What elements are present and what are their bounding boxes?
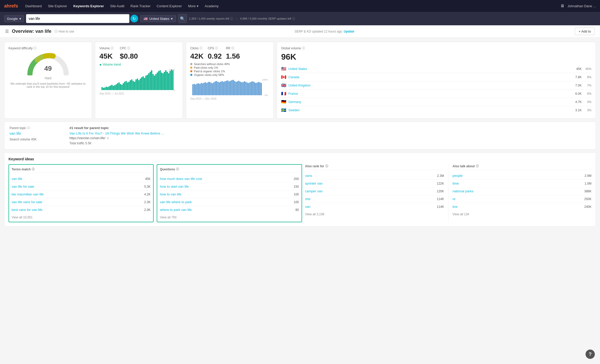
volume-info-icon[interactable]: ⓘ [111, 46, 114, 50]
svg-text:0: 0 [174, 89, 175, 91]
svg-rect-91 [244, 81, 245, 95]
kw-row: people 2.9M [453, 172, 591, 180]
kw-link[interactable]: people [453, 174, 463, 178]
kw-link[interactable]: how much does van life cost [160, 177, 202, 181]
monitor-icon[interactable]: 🖥 [560, 4, 564, 8]
search-input[interactable] [26, 17, 129, 21]
kw-volume: 5.3K [144, 185, 151, 188]
kw-link[interactable]: van [305, 205, 311, 209]
country-select[interactable]: 🇺🇸 United States ▾ [140, 15, 176, 22]
kw-row: national parks 388K [453, 187, 591, 195]
country-name-link[interactable]: Germany [288, 100, 573, 104]
user-menu[interactable]: Johnathan Dane ... [567, 4, 596, 8]
also-talk-view-all[interactable]: View all 134 [453, 212, 591, 216]
kw-link[interactable]: van life vans for sale [12, 200, 42, 204]
svg-rect-90 [242, 82, 243, 95]
kw-link[interactable]: live [453, 205, 458, 209]
kw-volume: 114K [437, 197, 444, 201]
weekly-reports-info[interactable]: ⓘ [230, 17, 233, 21]
kw-link[interactable]: camper van [305, 189, 323, 193]
also-talk-info[interactable]: ⓘ [476, 164, 479, 168]
kw-link[interactable]: re [453, 197, 456, 201]
nav-academy[interactable]: Academy [203, 3, 221, 9]
svg-rect-67 [210, 83, 211, 95]
cps-info-icon[interactable]: ⓘ [215, 46, 218, 50]
kw-link[interactable]: how to start van life [160, 185, 189, 188]
svg-rect-84 [234, 81, 235, 95]
svg-rect-80 [228, 81, 230, 95]
country-name-link[interactable]: Sweden [288, 108, 573, 112]
clicks-info-icon[interactable]: ⓘ [200, 46, 202, 50]
also-rank-info[interactable]: ⓘ [325, 164, 328, 168]
search-stats: 1,383 / 1,400 weekly reports left ⓘ | 4,… [189, 17, 295, 21]
questions-info[interactable]: ⓘ [176, 167, 179, 171]
svg-rect-46 [165, 70, 166, 90]
logo[interactable]: ahrefs [4, 3, 18, 9]
svg-rect-74 [220, 82, 221, 95]
kw-link[interactable]: van life for sale [12, 185, 34, 188]
global-info-icon[interactable]: ⓘ [302, 46, 305, 50]
kw-volume: 200 [294, 177, 299, 181]
cps-value: 0.92 [208, 52, 222, 60]
how-to-use[interactable]: ⓘ How to use [54, 29, 74, 34]
url-chevron[interactable]: ▾ [107, 136, 109, 140]
volume-trend-label: ● Volume trend [99, 62, 178, 67]
nav-rank-tracker[interactable]: Rank Tracker [129, 3, 153, 9]
kw-link[interactable]: she [305, 197, 311, 201]
parent-keyword[interactable]: van life [10, 131, 61, 136]
parent-topic-info[interactable]: ⓘ [27, 126, 30, 130]
also-talk-list: people 2.9M time 1.0M national parks 388… [453, 172, 591, 210]
search-button[interactable]: 🔍 [178, 14, 187, 23]
svg-rect-56 [195, 84, 196, 95]
kd-description: We estimate that you'll need backlinks f… [9, 82, 88, 88]
kd-info-icon[interactable]: ⓘ [34, 46, 36, 50]
menu-icon[interactable]: ☰ [5, 29, 9, 34]
terms-match-view-all[interactable]: View all 10,051 [12, 216, 151, 219]
kw-link[interactable]: van life [12, 177, 22, 181]
kw-link[interactable]: best vans for van life [12, 208, 42, 212]
kw-link[interactable]: vans [305, 174, 312, 178]
rr-info-icon[interactable]: ⓘ [231, 46, 234, 50]
nav-more[interactable]: More [186, 3, 200, 9]
kw-link[interactable]: van life where to park [160, 200, 192, 204]
svg-rect-19 [127, 82, 128, 90]
country-name-link[interactable]: France [288, 92, 573, 96]
questions-header: Questions ⓘ [160, 167, 299, 173]
country-name-link[interactable]: United Kingdom [288, 84, 573, 87]
update-link[interactable]: Update [344, 30, 354, 33]
kw-link[interactable]: sprinter van [305, 181, 323, 185]
kw-link[interactable]: how to van life [160, 192, 181, 196]
svg-rect-36 [151, 70, 152, 90]
country-name-link[interactable]: Canada [288, 75, 573, 79]
nav-dashboard[interactable]: Dashboard [23, 3, 44, 9]
add-to-button[interactable]: + Add to [575, 28, 595, 35]
kw-link[interactable]: where to park van life [160, 208, 192, 212]
refresh-button[interactable]: ↻ [130, 15, 138, 22]
result-url-link[interactable]: https://vanclan.co/van-life/ [69, 136, 105, 140]
also-rank-view-all[interactable]: View all 3,199 [305, 212, 444, 216]
svg-rect-95 [249, 82, 250, 95]
nav-keywords-explorer[interactable]: Keywords Explorer [71, 3, 106, 9]
kw-link[interactable]: time [453, 181, 459, 185]
also-rank-header: Also rank for ⓘ [305, 164, 444, 170]
kw-link[interactable]: lee macmillan van life [12, 192, 44, 196]
country-name-link[interactable]: United States [288, 67, 574, 71]
nav-site-audit[interactable]: Site Audit [108, 3, 127, 9]
volume-value: 45K [99, 52, 114, 60]
questions-view-all[interactable]: View all 750 [160, 216, 299, 219]
svg-rect-77 [224, 81, 225, 95]
engine-select[interactable]: Google ▾ [4, 15, 24, 22]
country-chevron: ▾ [171, 17, 173, 21]
monthly-serp-info[interactable]: ⓘ [292, 17, 295, 21]
terms-match-info[interactable]: ⓘ [32, 167, 35, 171]
kw-link[interactable]: national parks [453, 189, 473, 193]
clicks-chart: 100% 0% [190, 78, 269, 97]
country-label: United States [149, 17, 169, 21]
nav-content-explorer[interactable]: Content Explorer [155, 3, 184, 9]
kd-card: Keyword difficulty ⓘ 49 [4, 42, 92, 118]
country-row: 🇫🇷 France 6.0K 6% [281, 90, 591, 98]
result-title[interactable]: Van Life Is It For You? - 16 Things We W… [69, 131, 590, 135]
nav-site-explorer[interactable]: Site Explorer [46, 3, 69, 9]
cpc-info-icon[interactable]: ⓘ [127, 46, 130, 50]
country-pct: 8% [584, 75, 591, 79]
